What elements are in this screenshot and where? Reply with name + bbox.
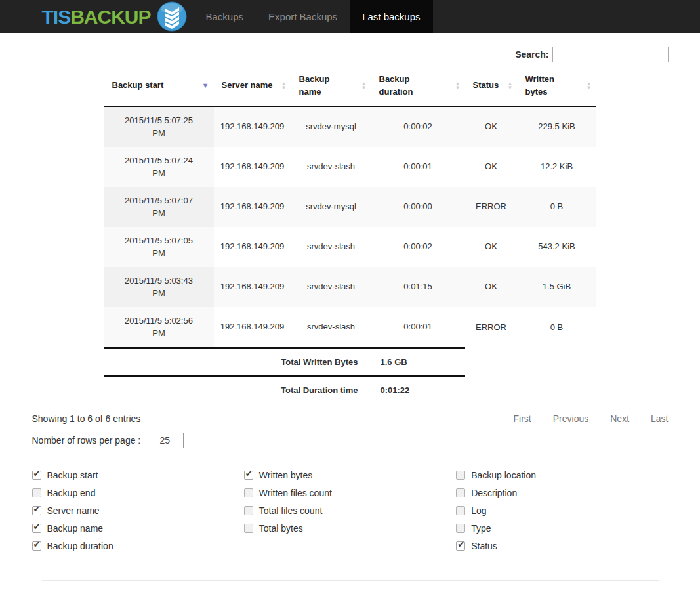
column-toggle-type[interactable]: Type	[456, 520, 668, 538]
checkbox-unchecked-icon[interactable]	[32, 488, 41, 497]
cell-backup-duration: 0:00:02	[371, 227, 465, 267]
table-body: 2015/11/5 5:07:25 PM192.168.149.209srvde…	[104, 106, 596, 348]
checkbox-unchecked-icon[interactable]	[456, 506, 465, 515]
toggle-label: Backup location	[471, 470, 536, 480]
search-input[interactable]	[552, 47, 669, 62]
page-link-last[interactable]: Last	[651, 413, 668, 424]
triangle-up-down-icon: ▲▼	[587, 82, 592, 90]
column-header-backup-start[interactable]: Backup start▼	[104, 66, 214, 106]
cell-status: OK	[465, 267, 518, 307]
nav-item-last-backups[interactable]: Last backups	[350, 0, 432, 33]
table-row: 2015/11/5 5:07:07 PM192.168.149.209srvde…	[104, 187, 596, 227]
toggle-column-1: Backup startBackup endServer nameBackup …	[32, 467, 244, 555]
cell-written-bytes: 229.5 KiB	[518, 106, 596, 147]
column-toggle-backup-duration[interactable]: Backup duration	[32, 538, 244, 555]
column-toggle-description[interactable]: Description	[456, 484, 668, 502]
toggle-label: Total bytes	[259, 523, 303, 534]
search-label: Search:	[515, 49, 548, 60]
rows-per-page-input[interactable]	[146, 433, 184, 448]
pagination: FirstPreviousNextLast	[492, 413, 669, 424]
checkbox-unchecked-icon[interactable]	[456, 524, 465, 533]
toggle-column-2: Written bytesWritten files countTotal fi…	[244, 467, 456, 555]
checkbox-checked-icon[interactable]	[32, 541, 41, 551]
nav-item-backups[interactable]: Backups	[194, 0, 257, 33]
checkbox-checked-icon[interactable]	[456, 541, 465, 551]
cell-backup-start: 2015/11/5 5:07:05 PM	[104, 227, 214, 267]
total-value: 1.6 GB	[371, 348, 465, 377]
cell-server-name: 192.168.149.209	[214, 307, 291, 348]
column-label: Written bytes	[525, 74, 555, 96]
column-header-written-bytes[interactable]: Written bytes▲▼	[518, 66, 596, 106]
cell-backup-name: srvdev-mysql	[291, 106, 371, 147]
checkbox-unchecked-icon[interactable]	[244, 488, 253, 497]
toggle-label: Written bytes	[259, 470, 312, 480]
toggle-label: Description	[471, 488, 517, 498]
page-link-first[interactable]: First	[514, 413, 531, 424]
total-value: 0:01:22	[371, 376, 465, 404]
cell-server-name: 192.168.149.209	[214, 147, 291, 187]
checkbox-checked-icon[interactable]	[32, 506, 41, 515]
cell-status: OK	[465, 106, 518, 147]
cell-status: OK	[465, 147, 518, 187]
column-toggle-server-name[interactable]: Server name	[32, 502, 244, 520]
cell-server-name: 192.168.149.209	[214, 227, 291, 267]
toggle-label: Server name	[47, 505, 100, 516]
cell-backup-duration: 0:00:01	[371, 307, 465, 348]
brand-backup: BACKUP	[70, 6, 150, 28]
triangle-up-down-icon: ▲▼	[508, 82, 513, 90]
column-toggle-log[interactable]: Log	[456, 502, 668, 520]
checkbox-unchecked-icon[interactable]	[456, 471, 465, 480]
column-toggle-backup-start[interactable]: Backup start	[32, 467, 244, 484]
total-row-total-written-bytes: Total Written Bytes1.6 GB	[104, 348, 596, 377]
total-empty-cell	[465, 376, 596, 404]
triangle-down-icon: ▼	[202, 81, 209, 91]
showing-entries: Showing 1 to 6 of 6 entries	[32, 413, 141, 424]
search-row: Search:	[32, 47, 669, 62]
cell-backup-name: srvdev-mysql	[291, 187, 371, 227]
cell-backup-start: 2015/11/5 5:07:25 PM	[104, 106, 214, 147]
column-toggles: Backup startBackup endServer nameBackup …	[32, 467, 669, 555]
column-toggle-backup-end[interactable]: Backup end	[32, 484, 244, 502]
column-label: Backup name	[299, 74, 330, 96]
column-toggle-backup-name[interactable]: Backup name	[32, 520, 244, 538]
cell-backup-duration: 0:01:15	[371, 267, 465, 307]
column-header-status[interactable]: Status▲▼	[465, 66, 518, 106]
checkbox-checked-icon[interactable]	[32, 471, 41, 480]
brand-tis: TIS	[42, 6, 71, 28]
total-label: Total Written Bytes	[104, 348, 371, 377]
brand-logo[interactable]: TISBACKUP	[32, 0, 194, 33]
page-link-previous[interactable]: Previous	[553, 413, 588, 424]
table-row: 2015/11/5 5:03:43 PM192.168.149.209srvde…	[104, 267, 596, 307]
checkbox-checked-icon[interactable]	[32, 524, 41, 533]
column-header-backup-duration[interactable]: Backup duration▲▼	[371, 66, 465, 106]
column-toggle-written-files-count[interactable]: Written files count	[244, 484, 456, 502]
cell-backup-duration: 0:00:00	[371, 187, 465, 227]
column-toggle-total-bytes[interactable]: Total bytes	[244, 520, 456, 538]
cell-backup-name: srvdev-slash	[291, 307, 371, 348]
column-toggle-total-files-count[interactable]: Total files count	[244, 502, 456, 520]
cell-written-bytes: 1.5 GiB	[518, 267, 596, 307]
checkbox-checked-icon[interactable]	[244, 471, 253, 480]
cell-backup-start: 2015/11/5 5:07:07 PM	[104, 187, 214, 227]
toggle-label: Backup name	[47, 523, 104, 534]
column-toggle-backup-location[interactable]: Backup location	[456, 467, 668, 484]
total-row-total-duration-time: Total Duration time0:01:22	[104, 376, 596, 404]
column-header-server-name[interactable]: Server name▲▼	[214, 66, 291, 106]
nav-item-export-backups[interactable]: Export Backups	[256, 0, 350, 33]
triangle-up-down-icon: ▲▼	[361, 82, 367, 90]
toggle-label: Log	[471, 505, 486, 516]
column-toggle-written-bytes[interactable]: Written bytes	[244, 467, 456, 484]
page-link-next[interactable]: Next	[610, 413, 629, 424]
cell-written-bytes: 0 B	[518, 187, 596, 227]
column-toggle-status[interactable]: Status	[456, 538, 668, 555]
column-header-backup-name[interactable]: Backup name▲▼	[291, 66, 371, 106]
cell-written-bytes: 0 B	[518, 307, 596, 348]
checkbox-unchecked-icon[interactable]	[456, 488, 465, 497]
cell-backup-start: 2015/11/5 5:03:43 PM	[104, 267, 214, 307]
checkbox-unchecked-icon[interactable]	[244, 506, 253, 515]
cell-backup-name: srvdev-slash	[291, 267, 371, 307]
nav-menu: BackupsExport BackupsLast backups	[194, 0, 433, 33]
checkbox-unchecked-icon[interactable]	[244, 524, 253, 533]
column-label: Backup duration	[379, 74, 413, 96]
triangle-up-down-icon: ▲▼	[281, 82, 287, 90]
